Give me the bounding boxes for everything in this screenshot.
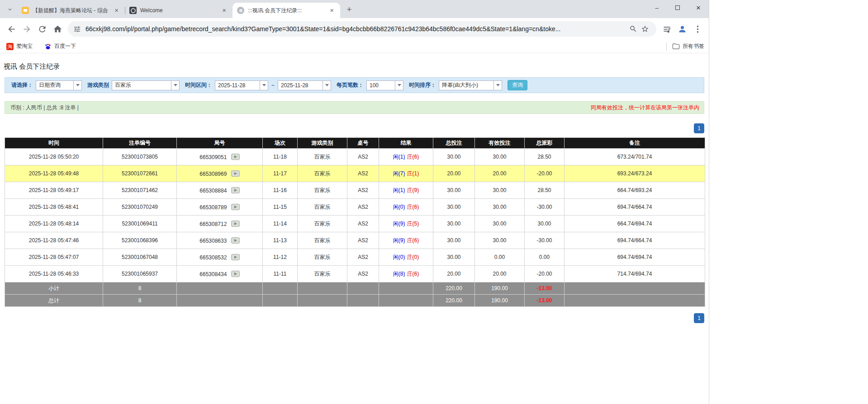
chevron-down-icon[interactable] [260, 81, 268, 90]
page-1-button[interactable]: 1 [694, 123, 704, 133]
date-from-select[interactable]: 2025-11-28 [215, 80, 268, 90]
per-page-select[interactable]: 100 [366, 80, 403, 90]
menu-kebab-icon[interactable] [690, 21, 705, 37]
note-cell: 714.74/694.74 [564, 266, 705, 282]
banker-result: 庄(6) [407, 204, 419, 210]
banker-result: 庄(6) [407, 154, 419, 160]
subtotal-total-bet: 220.00 [433, 282, 475, 295]
tab-bet-record[interactable]: :::视讯 会员下注纪录::: ✕ [232, 3, 340, 18]
column-header: 有效投注 [475, 138, 525, 149]
maximize-button[interactable] [667, 0, 688, 15]
tab-close-icon[interactable]: ✕ [220, 7, 228, 14]
total-bet-link[interactable]: 30.00 [433, 199, 475, 216]
session-cell: 11-15 [263, 199, 298, 216]
game-type-select[interactable]: 百家乐 [112, 80, 180, 90]
time-cell: 2025-11-28 05:48:41 [5, 199, 103, 216]
round-video-icon[interactable] [231, 154, 240, 160]
round-cell: 665308789 [177, 199, 263, 216]
payout-cell: 28.50 [525, 182, 564, 199]
page-1-button[interactable]: 1 [694, 313, 704, 323]
round-id: 665308884 [199, 187, 227, 193]
total-bet-link[interactable]: 30.00 [433, 232, 475, 249]
round-video-icon[interactable] [231, 271, 240, 277]
round-cell: 665308884 [177, 182, 263, 199]
round-video-icon[interactable] [231, 204, 240, 210]
column-header: 局号 [177, 138, 263, 149]
home-button[interactable] [50, 21, 65, 37]
result-cell: 闲(1)庄(9) [379, 182, 433, 199]
player-result: 闲(0) [393, 254, 405, 260]
chevron-down-icon[interactable] [493, 81, 502, 90]
sort-select[interactable]: 降幂(由大到小) [439, 80, 502, 90]
bet-id-cell: 523001070249 [103, 199, 177, 216]
banker-result: 庄(9) [407, 187, 419, 193]
profile-avatar-icon[interactable] [674, 21, 690, 37]
site-info-icon[interactable] [73, 25, 81, 33]
round-id: 665309051 [199, 154, 227, 160]
player-result: 闲(8) [393, 271, 405, 277]
refresh-button[interactable] [34, 21, 50, 37]
subtotal-valid-bet: 190.00 [475, 282, 525, 295]
bet-record-row: 2025-11-28 05:46:33 523001065937 6653084… [5, 266, 705, 282]
chevron-down-icon[interactable] [73, 81, 81, 90]
total-bet-link[interactable]: 30.00 [433, 149, 475, 165]
all-bookmarks-button[interactable]: 所有书签 [672, 42, 704, 50]
page-title: 视讯 会员下注纪录 [0, 53, 709, 77]
total-bet-link[interactable]: 30.00 [433, 249, 475, 266]
bookmark-star-icon[interactable] [639, 23, 651, 35]
time-cell: 2025-11-28 05:47:46 [5, 232, 103, 249]
zoom-icon[interactable] [627, 23, 639, 35]
minimize-button[interactable]: – [646, 0, 667, 15]
table-id-cell: AS2 [347, 216, 379, 232]
valid-bet-cell: 20.00 [475, 165, 525, 182]
chevron-down-icon[interactable] [171, 81, 179, 90]
time-cell: 2025-11-28 05:49:48 [5, 165, 103, 182]
round-video-icon[interactable] [231, 237, 240, 244]
total-count: 8 [103, 295, 177, 307]
bet-record-table: 时间注单编号局号场次游戏类别桌号结果总投注有效投注总派彩备注 2025-11-2… [5, 137, 705, 307]
note-cell: 664.74/693.24 [564, 182, 705, 199]
pagination-bottom: 1 [5, 313, 704, 323]
round-video-icon[interactable] [231, 187, 240, 193]
bet-record-row: 2025-11-28 05:50:20 523001073805 6653090… [5, 149, 705, 165]
tab-close-icon[interactable]: ✕ [328, 7, 336, 14]
tab-search-chevron-icon[interactable] [4, 3, 16, 16]
bet-table-footer: 小计 8 220.00 190.00 -13.00 总计 8 220.00 19… [5, 282, 705, 307]
bookmarks-divider [666, 42, 667, 51]
game-type-cell: 百家乐 [298, 182, 347, 199]
round-id: 665308633 [199, 237, 227, 244]
total-bet-link[interactable]: 30.00 [433, 216, 475, 232]
back-button[interactable] [4, 21, 19, 37]
media-controls-icon[interactable] [659, 21, 674, 37]
round-video-icon[interactable] [231, 221, 240, 227]
close-window-button[interactable]: ✕ [688, 0, 709, 15]
bookmark-baidu[interactable]: 百度一下 [43, 42, 78, 52]
bet-id-cell: 523001071462 [103, 182, 177, 199]
time-cell: 2025-11-28 05:49:17 [5, 182, 103, 199]
session-cell: 11-14 [263, 216, 298, 232]
round-video-icon[interactable] [231, 170, 240, 177]
browser-toolbar: 66cxkj98.com/ipl/portal.php/game/betreco… [0, 18, 709, 40]
chevron-down-icon[interactable] [323, 81, 331, 90]
game-type-cell: 百家乐 [298, 249, 347, 266]
query-type-select[interactable]: 日期查询 [36, 80, 82, 90]
result-cell: 闲(1)庄(6) [379, 149, 433, 165]
url-text[interactable]: 66cxkj98.com/ipl/portal.php/game/betreco… [85, 25, 623, 33]
search-button[interactable]: 查询 [508, 80, 527, 90]
player-result: 闲(0) [393, 204, 405, 210]
tab-close-icon[interactable]: ✕ [113, 7, 120, 14]
total-bet-link[interactable]: 20.00 [433, 266, 475, 282]
new-tab-button[interactable]: + [343, 3, 356, 16]
result-cell: 闲(7)庄(1) [379, 165, 433, 182]
total-bet-link[interactable]: 30.00 [433, 182, 475, 199]
round-video-icon[interactable] [231, 254, 240, 260]
chevron-down-icon[interactable] [395, 81, 403, 90]
bookmark-taobao[interactable]: 淘 爱淘宝 [5, 42, 34, 52]
tab-forum[interactable]: 【新提醒】海燕策略论坛 - 综合 ✕ [17, 3, 125, 18]
total-bet-link[interactable]: 20.00 [433, 165, 475, 182]
tab-welcome[interactable]: Welcome ✕ [125, 3, 232, 18]
payout-cell: -20.00 [525, 266, 564, 282]
date-to-select[interactable]: 2025-11-28 [278, 80, 331, 90]
address-bar[interactable]: 66cxkj98.com/ipl/portal.php/game/betreco… [68, 21, 656, 37]
forward-button[interactable] [19, 21, 34, 37]
